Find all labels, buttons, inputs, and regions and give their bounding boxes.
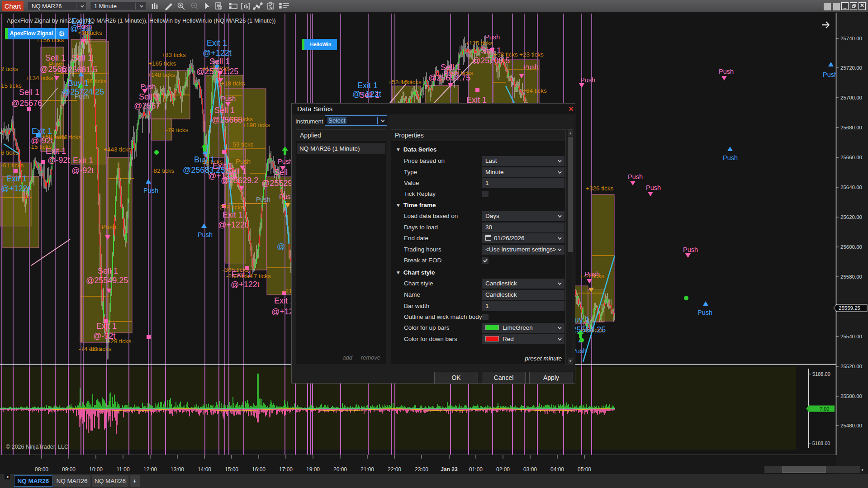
svg-text:Buy 1: Buy 1 [68,79,89,88]
svg-text:Buy 1: Buy 1 [194,155,215,164]
svg-text:25680.00: 25680.00 [840,125,862,130]
svg-text:Push: Push [221,95,236,102]
svg-text:+190 ticks: +190 ticks [242,122,270,128]
svg-text:25580.00: 25580.00 [840,274,862,280]
svg-text:Exit 1: Exit 1 [73,156,93,165]
svg-text:@-92t: @-92t [47,156,70,165]
svg-text:@25549.25: @25549.25 [86,276,128,285]
svg-text:Push: Push [75,93,89,100]
svg-text:Push: Push [683,246,698,253]
svg-text:Push: Push [823,71,838,78]
svg-text:+23 ticks: +23 ticks [519,51,544,58]
svg-text:Exit 1: Exit 1 [223,210,243,219]
svg-text:20:00: 20:00 [333,466,347,473]
svg-text:5188.00: 5188.00 [812,371,830,377]
svg-text:Sell 1: Sell 1 [72,53,92,62]
svg-text:Sell 1: Sell 1 [98,266,118,275]
svg-text:Push: Push [49,61,64,68]
svg-text:@: @ [277,242,285,251]
svg-text:17:00: 17:00 [279,466,293,473]
svg-text:@-92t: @-92t [31,136,53,145]
svg-text:7.00: 7.00 [820,406,829,412]
svg-text:Sell 1: Sell 1 [214,106,235,115]
svg-text:+165 ticks: +165 ticks [148,60,176,67]
svg-text:Push: Push [697,309,712,316]
svg-text:-5188.00: -5188.00 [811,441,830,446]
svg-text:25600.00: 25600.00 [840,244,862,250]
svg-text:16:00: 16:00 [252,466,266,473]
svg-text:10:00: 10:00 [89,466,103,473]
svg-text:Sell 1: Sell 1 [481,46,501,55]
svg-text:@+122t: @+122t [1,184,30,193]
svg-text:Sell: Sell [274,168,288,177]
svg-text:21:00: 21:00 [360,466,374,473]
svg-text:6 ticks: 6 ticks [1,149,19,156]
svg-text:Exit 1: Exit 1 [232,270,252,279]
svg-text:12:00: 12:00 [143,466,157,473]
svg-text:Push: Push [646,184,661,191]
svg-text:-82 ticks: -82 ticks [152,167,175,174]
svg-text:Push: Push [485,33,500,41]
svg-text:@25709.5: @25709.5 [472,56,510,65]
svg-text:-79 ticks: -79 ticks [166,127,189,133]
svg-text:02:00: 02:00 [496,466,510,473]
svg-text:@25681.5: @25681.5 [60,65,97,74]
svg-text:© 2026 NinjaTrader, LLC: © 2026 NinjaTrader, LLC [6,444,68,450]
svg-text:Push: Push [585,270,600,278]
svg-text:+18 ticks: +18 ticks [221,80,245,87]
svg-text:Exit 1: Exit 1 [207,38,227,47]
svg-text:@+122t: @+122t [203,48,232,57]
svg-text:25700.00: 25700.00 [840,95,862,100]
svg-text:25520.00: 25520.00 [840,364,862,369]
svg-text:23:00: 23:00 [415,466,428,473]
svg-text:+83 ticks: +83 ticks [161,52,186,58]
svg-text:Push: Push [141,83,156,90]
svg-text:@-92t: @-92t [93,332,115,341]
svg-text:25640.00: 25640.00 [840,185,862,190]
svg-text:@+122t: @+122t [218,220,247,229]
svg-text:Push: Push [523,63,538,71]
svg-text:25740.00: 25740.00 [840,36,862,41]
svg-text:11:00: 11:00 [116,466,129,473]
svg-text:14:00: 14:00 [198,466,211,473]
svg-text:Push: Push [256,196,270,203]
svg-text:25480.00: 25480.00 [840,423,862,428]
svg-text:Sell 1: Sell 1 [139,92,159,101]
svg-text:Exit 1: Exit 1 [32,127,52,136]
svg-text:25559.25: 25559.25 [839,305,860,311]
svg-text:Sell 1: Sell 1 [209,57,230,66]
svg-text:@+12: @+12 [271,307,294,316]
svg-text:@25701.25: @25701.25 [196,67,238,76]
svg-text:01:00: 01:00 [469,466,483,473]
svg-text:+148 ticks: +148 ticks [147,71,175,78]
svg-text:+10 ticks: +10 ticks [57,134,81,141]
svg-text:Push: Push [723,154,738,161]
svg-text:@25529: @25529 [261,179,292,188]
svg-text:13:00: 13:00 [171,466,184,473]
svg-text:25720.00: 25720.00 [840,65,862,71]
svg-text:-278 ticks: -278 ticks [218,204,244,211]
svg-text:Push: Push [628,173,643,180]
svg-text:-30 ticks: -30 ticks [89,346,112,352]
svg-text:22:00: 22:00 [388,466,401,473]
svg-text:Exit 1: Exit 1 [6,174,27,183]
svg-text:Push: Push [719,68,734,75]
svg-text:08:00: 08:00 [35,466,48,473]
svg-text:04:00: 04:00 [550,466,564,473]
svg-text:Push: Push [444,70,459,77]
svg-text:@-92t: @-92t [71,166,94,175]
svg-text:09:00: 09:00 [62,466,76,473]
svg-text:@2567: @2567 [134,101,160,110]
svg-text:25500.00: 25500.00 [840,393,862,399]
svg-text:+16 ticks: +16 ticks [397,79,422,85]
svg-text:15:00: 15:00 [225,466,238,473]
svg-text:Exit 1: Exit 1 [46,147,66,156]
svg-text:+64 ticks: +64 ticks [522,87,547,94]
svg-text:Push: Push [580,76,595,84]
svg-text:25540.00: 25540.00 [840,334,862,339]
svg-text:@25665: @25665 [212,115,242,124]
svg-text:Push: Push [236,158,251,165]
svg-text:25660.00: 25660.00 [840,155,862,160]
svg-text:Push: Push [278,158,293,165]
svg-text:-61 ticks: -61 ticks [1,162,24,169]
